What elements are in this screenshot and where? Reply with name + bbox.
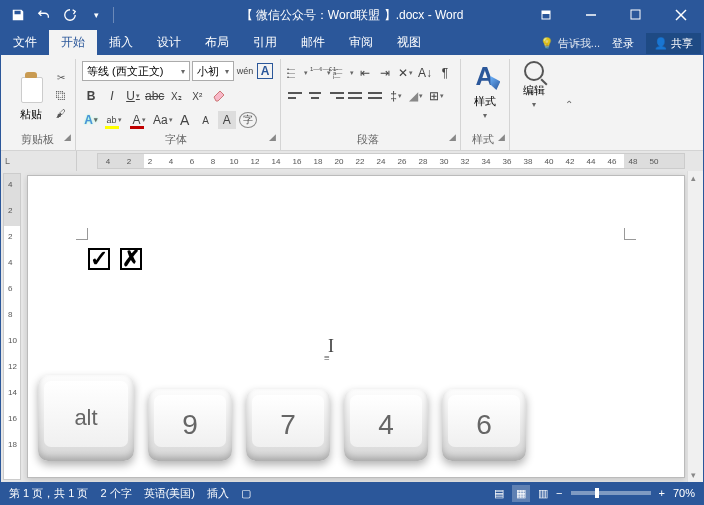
format-painter-icon[interactable]: 🖌	[53, 105, 69, 121]
macro-record-icon[interactable]: ▢	[241, 487, 251, 500]
text-effects-button[interactable]: A	[82, 111, 100, 129]
superscript-button[interactable]: X²	[188, 87, 206, 105]
tab-review[interactable]: 审阅	[337, 30, 385, 55]
tell-me-search[interactable]: 💡告诉我...	[540, 36, 600, 51]
status-bar: 第 1 页，共 1 页 2 个字 英语(美国) 插入 ▢ ▤ ▦ ▥ − + 7…	[1, 482, 703, 504]
zoom-out-icon[interactable]: −	[556, 487, 562, 499]
grow-font-button[interactable]: A	[176, 111, 194, 129]
vertical-ruler[interactable]: 4224681012141618	[3, 173, 21, 480]
group-font: 等线 (西文正文)▾ 小初▾ wén A B I U abc X₂ X² A a…	[76, 59, 281, 150]
tab-design[interactable]: 设计	[145, 30, 193, 55]
close-icon[interactable]	[658, 1, 703, 29]
read-mode-icon[interactable]: ▤	[494, 487, 504, 500]
share-button[interactable]: 👤共享	[646, 33, 701, 54]
align-center-button[interactable]	[307, 87, 325, 105]
change-case-button[interactable]: Aa	[153, 111, 173, 129]
zoom-level[interactable]: 70%	[673, 487, 695, 499]
shading-icon[interactable]: ◢	[407, 87, 425, 105]
clipboard-launcher-icon[interactable]: ◢	[64, 132, 71, 142]
undo-icon[interactable]	[35, 6, 53, 24]
document-page[interactable]: ✓ ✗ I alt 9 7 4 6	[27, 175, 685, 478]
asian-layout-icon[interactable]: ✕	[396, 64, 414, 82]
strike-button[interactable]: abc	[145, 87, 164, 105]
tab-mail[interactable]: 邮件	[289, 30, 337, 55]
group-paragraph: ⇤ ⇥ ✕ A↓ ¶ ‡ ◢ ⊞ 段落◢	[281, 59, 461, 150]
tab-layout[interactable]: 布局	[193, 30, 241, 55]
web-layout-icon[interactable]: ▥	[538, 487, 548, 500]
italic-button[interactable]: I	[103, 87, 121, 105]
tab-file[interactable]: 文件	[1, 30, 49, 55]
ruler-corner[interactable]: L	[1, 151, 77, 171]
styles-launcher-icon[interactable]: ◢	[498, 132, 505, 142]
collapse-ribbon-icon[interactable]: ⌃	[558, 59, 580, 150]
sort-icon[interactable]: A↓	[416, 64, 434, 82]
zoom-in-icon[interactable]: +	[659, 487, 665, 499]
bulb-icon: 💡	[540, 37, 554, 50]
numbering-button[interactable]	[310, 64, 331, 82]
copy-icon[interactable]: ⿻	[53, 87, 69, 103]
margin-mark	[624, 228, 636, 240]
bullets-button[interactable]	[287, 64, 308, 82]
borders-icon[interactable]: ⊞	[427, 87, 445, 105]
tab-home[interactable]: 开始	[49, 30, 97, 55]
keycap-row: alt 9 7 4 6	[38, 375, 526, 461]
align-distribute-button[interactable]	[367, 87, 385, 105]
vertical-scrollbar[interactable]	[687, 171, 703, 482]
underline-button[interactable]: U	[124, 87, 142, 105]
ruler-horizontal-area: L 42246810121416182022242628303234363840…	[1, 151, 703, 171]
font-color-button[interactable]: A	[128, 111, 150, 129]
checkbox-checked: ✓	[88, 248, 110, 270]
status-language[interactable]: 英语(美国)	[144, 486, 195, 501]
document-area: 4224681012141618 ✓ ✗ I alt 9 7 4 6	[1, 171, 703, 482]
cut-icon[interactable]: ✂	[53, 69, 69, 85]
font-name-select[interactable]: 等线 (西文正文)▾	[82, 61, 190, 81]
bold-button[interactable]: B	[82, 87, 100, 105]
clear-format-icon[interactable]	[209, 86, 229, 106]
char-shading-button[interactable]: A	[218, 111, 236, 129]
show-marks-icon[interactable]: ¶	[436, 64, 454, 82]
ribbon-options-icon[interactable]	[523, 1, 568, 29]
find-icon	[524, 61, 544, 81]
shrink-font-button[interactable]: A	[197, 111, 215, 129]
enclose-char-button[interactable]: 字	[239, 112, 257, 128]
line-spacing-icon[interactable]: ‡	[387, 87, 405, 105]
status-words[interactable]: 2 个字	[100, 486, 131, 501]
increase-indent-icon[interactable]: ⇥	[376, 64, 394, 82]
subscript-button[interactable]: X₂	[167, 87, 185, 105]
styles-button[interactable]: A 样式 ▾	[467, 61, 503, 129]
maximize-icon[interactable]	[613, 1, 658, 29]
window-title: 【 微信公众号：Word联盟 】.docx - Word	[241, 7, 464, 24]
login-link[interactable]: 登录	[604, 32, 642, 55]
qat-dropdown-icon[interactable]: ▾	[87, 6, 105, 24]
zoom-slider[interactable]	[571, 491, 651, 495]
font-launcher-icon[interactable]: ◢	[269, 132, 276, 142]
editing-button[interactable]: 编辑 ▾	[516, 61, 552, 144]
print-layout-icon[interactable]: ▦	[512, 485, 530, 502]
highlight-button[interactable]: ab	[103, 111, 125, 129]
clipboard-icon	[16, 69, 46, 105]
document-content[interactable]: ✓ ✗	[88, 248, 142, 270]
font-size-select[interactable]: 小初▾	[192, 61, 234, 81]
status-mode[interactable]: 插入	[207, 486, 229, 501]
save-icon[interactable]	[9, 6, 27, 24]
char-border-button[interactable]: A	[256, 62, 274, 80]
align-justify-button[interactable]	[347, 87, 365, 105]
keycap-alt: alt	[38, 375, 134, 461]
multilevel-button[interactable]	[333, 64, 354, 82]
clipboard-label: 剪贴板	[21, 133, 54, 145]
tab-references[interactable]: 引用	[241, 30, 289, 55]
status-page[interactable]: 第 1 页，共 1 页	[9, 486, 88, 501]
quick-access-toolbar: ▾	[1, 6, 122, 24]
align-left-button[interactable]	[287, 87, 305, 105]
horizontal-ruler[interactable]: 4224681012141618202224262830323436384042…	[97, 153, 685, 169]
pinyin-button[interactable]: wén	[236, 62, 254, 80]
paste-button[interactable]: 粘贴	[11, 61, 51, 129]
decrease-indent-icon[interactable]: ⇤	[356, 64, 374, 82]
minimize-icon[interactable]	[568, 1, 613, 29]
ribbon: 粘贴 ✂ ⿻ 🖌 剪贴板◢ 等线 (西文正文)▾ 小初▾ wén A	[1, 55, 703, 151]
tab-view[interactable]: 视图	[385, 30, 433, 55]
paragraph-launcher-icon[interactable]: ◢	[449, 132, 456, 142]
redo-icon[interactable]	[61, 6, 79, 24]
align-right-button[interactable]	[327, 87, 345, 105]
tab-insert[interactable]: 插入	[97, 30, 145, 55]
